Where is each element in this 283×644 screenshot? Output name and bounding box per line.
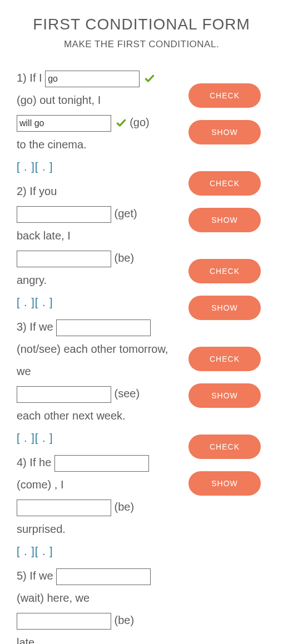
q1-hint-1: (go) xyxy=(17,94,37,106)
q4-text-a: If he xyxy=(29,456,51,468)
questions-column: 1) If I (go) out tonight, I (go) to the … xyxy=(17,67,188,644)
q4-hint-2: (be) xyxy=(115,501,135,513)
q2-hint-2: (be) xyxy=(115,252,135,264)
q1-hint-2: (go) xyxy=(130,116,150,128)
q2-hint-1: (get) xyxy=(115,207,137,219)
bracket-marker: [ . ][ . ] xyxy=(17,432,53,444)
show-button-1[interactable]: SHOW xyxy=(188,120,261,144)
q3-num: 3) xyxy=(17,321,27,333)
show-button-4[interactable]: SHOW xyxy=(188,383,261,408)
q3-input-2[interactable] xyxy=(17,386,111,403)
page-subtitle: MAKE THE FIRST CONDITIONAL. xyxy=(17,39,266,50)
show-button-5[interactable]: SHOW xyxy=(188,471,261,496)
q4-text-b: , I xyxy=(54,478,64,491)
q5-text-c: late. xyxy=(17,636,38,644)
q5-text-a: If we xyxy=(29,570,53,582)
buttons-column: CHECK SHOW CHECK SHOW CHECK SHOW CHECK S… xyxy=(188,67,266,508)
q3-hint-2: (see) xyxy=(115,387,140,400)
q2-input-1[interactable] xyxy=(17,206,111,223)
q4-input-1[interactable] xyxy=(54,455,149,472)
question-1: 1) If I (go) out tonight, I (go) to the … xyxy=(17,67,183,178)
q2-text-b: back late, I xyxy=(17,229,71,242)
bracket-marker: [ . ][ . ] xyxy=(17,296,53,308)
q1-text-a: If I xyxy=(29,72,42,84)
q1-text-c: to the cinema. xyxy=(17,138,87,151)
question-2: 2) If you (get) back late, I (be) angry. xyxy=(17,180,183,313)
q3-text-c: each other next week. xyxy=(17,410,126,422)
check-button-4[interactable]: CHECK xyxy=(188,347,261,371)
q4-input-2[interactable] xyxy=(17,500,111,516)
q1-num: 1) xyxy=(17,72,27,84)
check-button-1[interactable]: CHECK xyxy=(188,83,261,108)
show-button-2[interactable]: SHOW xyxy=(188,208,261,232)
q3-input-1[interactable] xyxy=(56,319,151,336)
q5-hint-1: (wait) xyxy=(17,592,44,604)
check-button-2[interactable]: CHECK xyxy=(188,171,261,196)
q3-hint-1: (not/see) xyxy=(17,343,61,355)
q5-num: 5) xyxy=(17,570,27,582)
q2-text-a: If you xyxy=(29,185,57,197)
question-4: 4) If he (come) , I (be) surprised. [ . xyxy=(17,451,183,562)
page-title: FIRST CONDITIONAL FORM xyxy=(17,16,266,33)
q5-input-1[interactable] xyxy=(56,568,151,585)
q1-input-1[interactable] xyxy=(45,71,140,87)
q1-input-2[interactable] xyxy=(17,115,111,132)
check-icon xyxy=(144,73,155,84)
bracket-marker: [ . ][ . ] xyxy=(17,545,53,557)
bracket-marker: [ . ][ . ] xyxy=(17,161,53,173)
q5-hint-2: (be) xyxy=(115,614,135,626)
q2-input-2[interactable] xyxy=(17,251,111,267)
show-button-3[interactable]: SHOW xyxy=(188,296,261,320)
q2-num: 2) xyxy=(17,185,27,197)
check-icon xyxy=(116,118,127,129)
q3-text-a: If we xyxy=(29,321,53,333)
q1-text-b: out tonight, I xyxy=(39,94,101,106)
q4-num: 4) xyxy=(17,456,27,468)
question-5: 5) If we (wait) here, we (be) late. [ . xyxy=(17,565,183,644)
check-button-5[interactable]: CHECK xyxy=(188,435,261,459)
question-3: 3) If we (not/see) each other tomorrow, … xyxy=(17,316,183,449)
q4-text-c: surprised. xyxy=(17,523,66,535)
q5-text-b: here, we xyxy=(47,592,90,604)
q5-input-2[interactable] xyxy=(17,613,111,630)
q4-hint-1: (come) xyxy=(17,478,51,491)
q2-text-c: angry. xyxy=(17,274,47,286)
check-button-3[interactable]: CHECK xyxy=(188,259,261,283)
